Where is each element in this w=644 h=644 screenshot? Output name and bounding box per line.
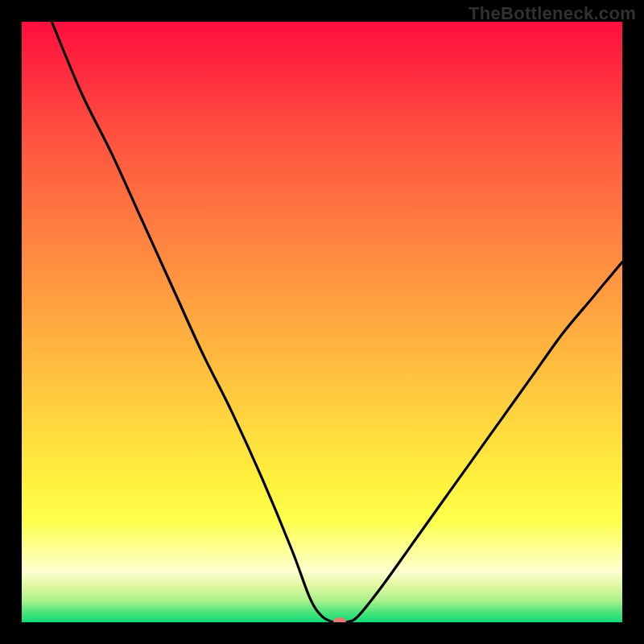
chart-frame: TheBottleneck.com [0, 0, 644, 644]
minimum-marker [333, 617, 346, 622]
watermark-text: TheBottleneck.com [469, 3, 636, 24]
plot-area [22, 22, 622, 622]
bottleneck-curve [22, 22, 622, 622]
